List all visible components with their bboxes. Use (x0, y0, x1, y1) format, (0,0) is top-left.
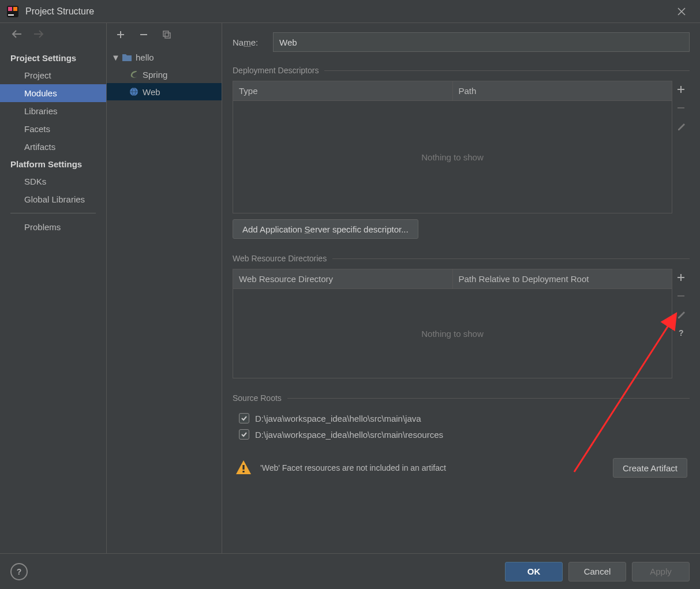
svg-rect-3 (8, 14, 14, 16)
col-web-resource-directory: Web Resource Directory (233, 269, 453, 288)
sidebar-nav-toolbar (0, 23, 106, 46)
cancel-button[interactable]: Cancel (568, 562, 626, 582)
tree-node-hello[interactable]: ▼ hello (107, 48, 222, 66)
tree-node-spring[interactable]: Spring (107, 66, 222, 83)
plus-icon (117, 31, 125, 39)
titlebar: Project Structure (0, 0, 700, 23)
tree-add-button[interactable] (115, 29, 126, 40)
tree-node-label: hello (136, 52, 154, 62)
sidebar-item-artifacts[interactable]: Artifacts (0, 138, 106, 156)
nav-back-button[interactable] (12, 29, 22, 41)
sidebar: Project Settings Project Modules Librari… (0, 23, 107, 553)
source-root-row[interactable]: D:\java\workspace_idea\hello\src\main\re… (237, 426, 686, 442)
source-root-path: D:\java\workspace_idea\hello\src\main\ja… (255, 414, 421, 423)
plus-icon (677, 273, 685, 282)
edit-web-resource-button[interactable] (676, 309, 686, 320)
minus-icon (677, 104, 685, 112)
web-resource-section: Web Resource Directories Web Resource Di… (233, 252, 690, 378)
dialog-body: Project Settings Project Modules Librari… (0, 23, 700, 553)
arrow-right-icon (33, 30, 44, 38)
module-icon (122, 52, 132, 62)
sidebar-item-libraries[interactable]: Libraries (0, 102, 106, 120)
deployment-descriptors-title: Deployment Descriptors (233, 63, 690, 77)
col-type: Type (233, 81, 453, 100)
help-button[interactable]: ? (10, 563, 28, 580)
web-resource-table: Web Resource Directory Path Relative to … (233, 269, 672, 378)
add-web-resource-button[interactable] (676, 272, 686, 283)
deployment-table-tools (672, 81, 690, 213)
table-empty-text: Nothing to show (233, 289, 672, 378)
tree-toolbar (107, 23, 222, 46)
sidebar-separator (10, 213, 96, 213)
source-root-row[interactable]: D:\java\workspace_idea\hello\src\main\ja… (237, 410, 686, 426)
name-input[interactable] (273, 32, 690, 52)
tree-copy-button[interactable] (161, 29, 173, 40)
tree-node-label: Web (143, 87, 160, 97)
source-roots-title: Source Roots (233, 391, 690, 405)
arrow-left-icon (12, 30, 22, 38)
deployment-descriptors-section: Deployment Descriptors Type Path Nothing… (233, 63, 690, 239)
web-resource-table-tools: ? (672, 269, 690, 378)
remove-web-resource-button[interactable] (676, 291, 686, 301)
app-icon (7, 6, 18, 17)
source-root-checkbox[interactable] (239, 413, 249, 423)
table-empty-text: Nothing to show (233, 101, 672, 213)
apply-button[interactable]: Apply (632, 562, 690, 582)
pencil-icon (677, 310, 685, 318)
name-row: Name: (233, 32, 690, 52)
sidebar-list: Project Settings Project Modules Librari… (0, 46, 106, 553)
tree-remove-button[interactable] (138, 29, 149, 40)
help-web-resource-button[interactable]: ? (676, 328, 686, 338)
add-app-server-descriptor-button[interactable]: Add Application Server specific descript… (233, 219, 418, 239)
collapse-icon: ▼ (111, 52, 118, 62)
warning-text: 'Web' Facet resources are not included i… (260, 463, 446, 472)
svg-rect-9 (242, 471, 244, 472)
deployment-descriptors-table: Type Path Nothing to show (233, 81, 672, 213)
sidebar-item-global-libraries[interactable]: Global Libraries (0, 190, 106, 208)
web-icon (129, 87, 139, 97)
ok-button[interactable]: OK (505, 562, 563, 582)
svg-rect-4 (163, 31, 169, 36)
warning-icon (235, 459, 252, 477)
svg-rect-5 (165, 33, 170, 38)
remove-descriptor-button[interactable] (676, 103, 686, 113)
spring-icon (129, 69, 139, 80)
close-button[interactable] (670, 0, 693, 23)
create-artifact-button[interactable]: Create Artifact (613, 458, 687, 478)
plus-icon (677, 85, 685, 93)
sidebar-item-project[interactable]: Project (0, 66, 106, 84)
pencil-icon (677, 122, 685, 130)
source-roots-list: D:\java\workspace_idea\hello\src\main\ja… (233, 405, 690, 448)
edit-descriptor-button[interactable] (676, 121, 686, 132)
svg-text:?: ? (679, 328, 684, 337)
module-tree-panel: ▼ hello Spring Web (107, 23, 222, 553)
sidebar-item-sdks[interactable]: SDKs (0, 172, 106, 190)
project-structure-dialog: Project Structure Project Settings Proje… (0, 0, 700, 589)
copy-icon (162, 30, 171, 39)
sidebar-item-problems[interactable]: Problems (0, 218, 106, 236)
nav-forward-button[interactable] (33, 29, 44, 41)
close-icon (677, 7, 686, 16)
dialog-button-bar: ? OK Cancel Apply (0, 553, 700, 589)
col-path: Path (453, 81, 672, 100)
sidebar-heading-platform-settings: Platform Settings (0, 156, 106, 172)
svg-rect-1 (8, 7, 12, 11)
minus-icon (140, 31, 148, 39)
web-resource-title: Web Resource Directories (233, 252, 690, 265)
minus-icon (677, 292, 685, 300)
sidebar-item-modules[interactable]: Modules (0, 84, 106, 102)
tree-node-web[interactable]: Web (107, 83, 222, 100)
table-header: Type Path (233, 81, 672, 101)
sidebar-item-facets[interactable]: Facets (0, 120, 106, 138)
source-root-checkbox[interactable] (239, 429, 249, 440)
detail-panel: Name: Deployment Descriptors Type Path N… (222, 23, 700, 553)
window-title: Project Structure (25, 6, 94, 17)
check-icon (241, 431, 248, 438)
warning-row: 'Web' Facet resources are not included i… (233, 450, 690, 486)
question-icon: ? (676, 328, 686, 337)
check-icon (241, 415, 248, 422)
tree-node-label: Spring (143, 70, 167, 80)
add-descriptor-button[interactable] (676, 84, 686, 95)
sidebar-heading-project-settings: Project Settings (0, 50, 106, 66)
source-root-path: D:\java\workspace_idea\hello\src\main\re… (255, 430, 443, 440)
